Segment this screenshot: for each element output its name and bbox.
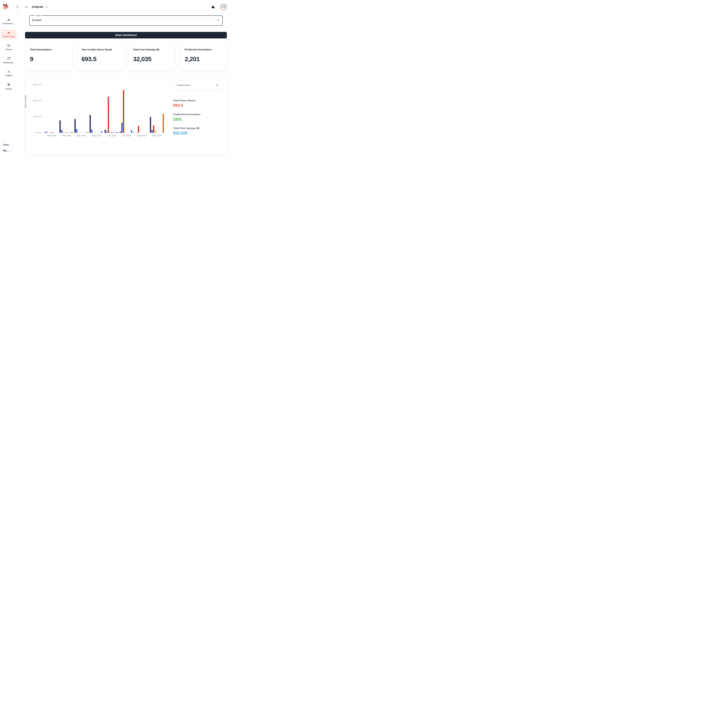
bar-automation-1-jun-2025: [104, 130, 106, 133]
bar-automation-2-jun-2025: [106, 132, 107, 133]
bar-automation-1-may-2025: [90, 115, 91, 133]
y-axis-tick-label: 150.0 hrs: [25, 83, 41, 86]
bar-automation-5-jun-2025: [111, 132, 112, 133]
plot-area: [44, 85, 164, 133]
client-field-inner: Litware: [33, 18, 220, 22]
summary-label: Total Hours Saved:: [173, 99, 226, 102]
bar-automation-5-mar-2025: [66, 132, 67, 133]
stat-cards-row: Total Automations 9 Year to Date Hours S…: [25, 43, 227, 70]
bar-automation-2-mar-2025: [61, 130, 62, 133]
sidebar-item-client-facing[interactable]: Client Facing: [1, 29, 17, 39]
stat-card-title: Productive Executions: [185, 48, 222, 51]
x-axis-label-jul-2025: Jul 2025: [122, 134, 131, 137]
sidebar-expand-button[interactable]: [15, 5, 20, 9]
summary-total-cost-savings: Total Cost Savings ($): $32,035: [173, 127, 226, 135]
bar-automation-8-may-2025: [101, 131, 102, 133]
app-logo: [3, 4, 12, 11]
top-bar: 1N 1ntegrate: [25, 0, 227, 14]
client-field-value: Litware: [33, 18, 41, 22]
bar-automation-3-aug-2025: [138, 126, 139, 133]
stat-card-total-cost-savings: Total Cost Savings ($) 32,035: [128, 43, 175, 70]
summary-value: 693.5: [173, 103, 226, 108]
dashboard-page: Automation ... Client Facing Clients Tra…: [0, 0, 232, 156]
sidebar-item-label: Clients: [6, 49, 12, 50]
x-axis-label-feb-2025: Feb 2025: [47, 134, 56, 137]
bar-automation-1-jul-2025: [120, 132, 121, 133]
sidebar-item-automation[interactable]: Automation ...: [1, 17, 17, 26]
bar-automation-2-apr-2025: [76, 129, 77, 133]
sidebar-item-label: Tracked Aut...: [3, 62, 15, 64]
workspace-code: 1N: [25, 6, 28, 8]
hours-saved-chart-card: Hours Saved 0.0 hrs50.0 hrs100.0 hrs150.…: [25, 75, 227, 155]
automations-filter-dropdown[interactable]: Automations: [173, 80, 222, 90]
sidebar-item-events[interactable]: Events: [1, 81, 17, 92]
x-axis-label-jun-2025: Jun 2025: [107, 134, 116, 137]
stat-card-value: 9: [30, 55, 67, 63]
bar-automation-9-sep-2025: [163, 113, 164, 133]
summary-label: Productive Executions:: [173, 113, 226, 116]
bar-automation-2-jul-2025: [121, 122, 122, 133]
chart-trending-up-icon: [7, 57, 11, 61]
sidebar-item-label: Events: [6, 88, 12, 90]
bar-automation-1-feb-2025: [44, 132, 46, 133]
gridline: [44, 133, 164, 133]
stat-card-value: 693.5: [81, 55, 119, 63]
bar-automation-4-feb-2025: [49, 132, 50, 133]
sidebar-item-clients[interactable]: Clients: [1, 43, 17, 52]
bar-automation-4-may-2025: [94, 132, 96, 133]
sidebar-item-team[interactable]: Team ›: [3, 144, 17, 146]
client-select-field[interactable]: Client Litware: [29, 14, 223, 26]
main-content: 1N 1ntegrate Client Litware: [17, 0, 232, 156]
unfold-more-icon: [46, 6, 47, 8]
x-axis-label-may-2025: May 2025: [92, 134, 101, 137]
workspace-name: 1ntegrate: [32, 5, 43, 8]
bar-automation-3-mar-2025: [63, 132, 64, 133]
bar-automation-2-sep-2025: [151, 130, 153, 133]
summary-value: $32,035: [173, 131, 226, 135]
bar-automation-8-jun-2025: [116, 132, 117, 133]
x-axis-label-sep-2025: Sep 2025: [152, 134, 162, 137]
workspace-switcher[interactable]: [46, 6, 47, 8]
code-hash-icon: {#}: [7, 70, 10, 73]
bar-automation-9-jul-2025: [133, 132, 134, 133]
folder-zip-icon: [7, 44, 11, 47]
sidebar-item-mar[interactable]: Mar... ›: [3, 149, 17, 152]
bar-automation-1-sep-2025: [150, 117, 151, 133]
stat-card-value: 32,035: [133, 55, 171, 63]
star-circle-icon: [7, 83, 11, 87]
dark-mode-toggle[interactable]: [212, 6, 215, 8]
bar-automation-8-jul-2025: [131, 130, 132, 133]
stat-card-title: Year to Date Hours Saved: [81, 48, 119, 51]
bar-automation-1-apr-2025: [74, 119, 76, 133]
chevron-right-icon: ›: [11, 150, 11, 152]
sidebar-item-label: Loggers: [5, 74, 12, 76]
user-avatar[interactable]: [220, 4, 227, 10]
share-dashboard-button[interactable]: Share Dashboard: [25, 32, 227, 38]
sidebar-item-tracked-automations[interactable]: Tracked Aut...: [1, 55, 17, 65]
x-axis-label-aug-2025: Aug 2025: [137, 134, 147, 137]
chevron-right-icon: [17, 6, 18, 8]
sidebar: Automation ... Client Facing Clients Tra…: [0, 0, 17, 156]
chevron-down-icon: [216, 84, 219, 86]
logo-bowtie-salmon: [3, 7, 7, 9]
bar-automation-4-jun-2025: [109, 132, 111, 133]
stat-card-value: 2,201: [185, 55, 222, 63]
chevron-down-icon[interactable]: [217, 19, 220, 21]
client-field-label: Client: [34, 14, 41, 17]
sidebar-footer-label: Mar...: [3, 149, 9, 152]
bar-automation-9-apr-2025: [87, 132, 89, 133]
sidebar-footer: Team › Mar... ›: [0, 141, 17, 156]
x-axis-label-apr-2025: Apr 2025: [77, 134, 86, 137]
bar-automation-2-may-2025: [91, 130, 92, 133]
stat-card-productive-executions: Productive Executions 2,201: [180, 43, 227, 70]
bar-automation-2-feb-2025: [46, 132, 47, 133]
bar-automation-6-feb-2025: [52, 132, 54, 133]
sidebar-item-loggers[interactable]: {#} Loggers: [1, 69, 17, 78]
sidebar-item-label: Client Facing: [3, 35, 15, 38]
bar-automation-4-mar-2025: [64, 132, 66, 133]
summary-value: 2201: [173, 117, 226, 122]
y-axis-tick-label: 0.0 hrs: [25, 132, 41, 134]
chevron-right-icon: ›: [11, 144, 11, 146]
sidebar-footer-label: Team: [3, 144, 9, 146]
person-icon: [221, 5, 226, 9]
